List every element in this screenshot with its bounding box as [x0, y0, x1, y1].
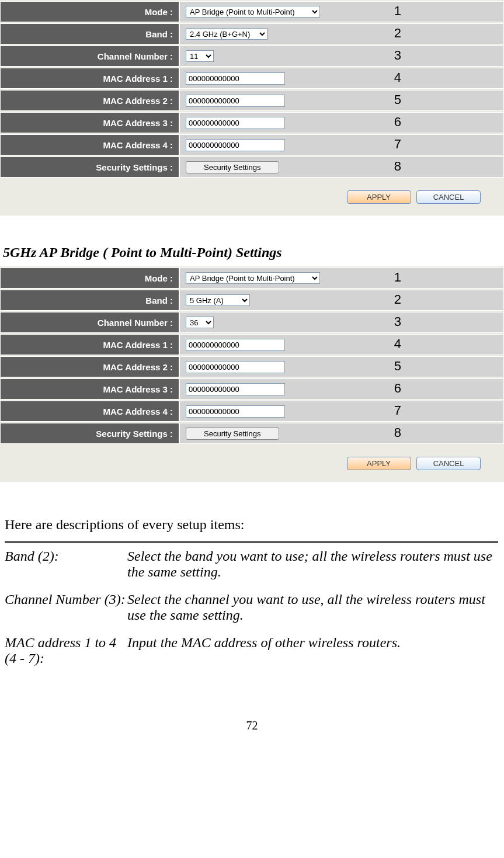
value-mode: AP Bridge (Point to Multi-Point) 1	[179, 1, 504, 22]
annotation-1: 1	[394, 4, 401, 19]
mac2-input[interactable]	[186, 95, 285, 107]
value-mac3: 6	[179, 112, 504, 133]
annotation-8b: 8	[394, 425, 401, 440]
channel-select-2[interactable]: 36	[186, 317, 214, 328]
row-mac4: MAC Address 4 : 7	[0, 134, 504, 155]
label-mode: Mode :	[0, 1, 179, 22]
desc-text-channel: Select the channel you want to use, all …	[127, 586, 498, 629]
config-table-1: Mode : AP Bridge (Point to Multi-Point) …	[0, 0, 504, 179]
value-mac1: 4	[179, 68, 504, 89]
annotation-6b: 6	[394, 381, 401, 396]
value-mac1-2: 4	[179, 334, 504, 355]
row-mac1-2: MAC Address 1 : 4	[0, 334, 504, 355]
row-channel: Channel Number : 11 3	[0, 46, 504, 67]
row-band-2: Band : 5 GHz (A) 2	[0, 290, 504, 311]
desc-row-band: Band (2): Select the band you want to us…	[5, 542, 498, 586]
annotation-5: 5	[394, 92, 401, 107]
mac4-input[interactable]	[186, 139, 285, 151]
annotation-3b: 3	[394, 314, 401, 329]
value-band: 2.4 GHz (B+G+N) 2	[179, 23, 504, 44]
label-mac1: MAC Address 1 :	[0, 68, 179, 89]
label-mac1-2: MAC Address 1 :	[0, 334, 179, 355]
value-mac4-2: 7	[179, 401, 504, 422]
desc-row-channel: Channel Number (3): Select the channel y…	[5, 586, 498, 629]
config-panel-5ghz: Mode : AP Bridge (Point to Multi-Point) …	[0, 266, 504, 482]
page-number: 72	[0, 719, 504, 732]
label-mac3: MAC Address 3 :	[0, 112, 179, 133]
desc-text-band: Select the band you want to use; all the…	[127, 542, 498, 586]
label-mac3-2: MAC Address 3 :	[0, 378, 179, 400]
band-select-2[interactable]: 5 GHz (A)	[186, 294, 250, 306]
label-security-2: Security Settings :	[0, 423, 179, 444]
label-security: Security Settings :	[0, 157, 179, 178]
cancel-button-2[interactable]: CANCEL	[416, 457, 481, 470]
value-security: Security Settings 8	[179, 157, 504, 178]
cancel-button[interactable]: CANCEL	[416, 190, 481, 204]
annotation-7: 7	[394, 137, 401, 152]
row-mac4-2: MAC Address 4 : 7	[0, 401, 504, 422]
security-settings-button-2[interactable]: Security Settings	[186, 428, 279, 440]
label-channel: Channel Number :	[0, 46, 179, 67]
row-mac2: MAC Address 2 : 5	[0, 90, 504, 111]
annotation-6: 6	[394, 114, 401, 130]
value-mac2: 5	[179, 90, 504, 111]
row-security-2: Security Settings : Security Settings 8	[0, 423, 504, 444]
row-mode-2: Mode : AP Bridge (Point to Multi-Point) …	[0, 268, 504, 289]
desc-row-mac: MAC address 1 to 4 (4 - 7): Input the MA…	[5, 629, 498, 672]
value-mode-2: AP Bridge (Point to Multi-Point) 1	[179, 268, 504, 289]
action-row-1: APPLY CANCEL	[0, 179, 504, 207]
annotation-5b: 5	[394, 359, 401, 374]
row-mac1: MAC Address 1 : 4	[0, 68, 504, 89]
label-mode-2: Mode :	[0, 268, 179, 289]
desc-label-channel: Channel Number (3):	[5, 586, 127, 629]
label-mac4-2: MAC Address 4 :	[0, 401, 179, 422]
row-band: Band : 2.4 GHz (B+G+N) 2	[0, 23, 504, 44]
value-channel-2: 36 3	[179, 312, 504, 333]
action-row-2: APPLY CANCEL	[0, 445, 504, 473]
desc-text-mac: Input the MAC address of other wireless …	[127, 629, 498, 672]
value-channel: 11 3	[179, 46, 504, 67]
apply-button[interactable]: APPLY	[347, 190, 411, 204]
row-security: Security Settings : Security Settings 8	[0, 157, 504, 178]
row-mac3-2: MAC Address 3 : 6	[0, 378, 504, 400]
mac1-input-2[interactable]	[186, 339, 285, 351]
mac3-input[interactable]	[186, 117, 285, 129]
desc-label-mac: MAC address 1 to 4 (4 - 7):	[5, 629, 127, 672]
label-mac4: MAC Address 4 :	[0, 134, 179, 155]
value-security-2: Security Settings 8	[179, 423, 504, 444]
label-mac2-2: MAC Address 2 :	[0, 356, 179, 377]
annotation-7b: 7	[394, 403, 401, 418]
mac4-input-2[interactable]	[186, 405, 285, 418]
mac2-input-2[interactable]	[186, 361, 285, 373]
mac1-input[interactable]	[186, 72, 285, 85]
annotation-4: 4	[394, 70, 401, 85]
section-title-5ghz: 5GHz AP Bridge ( Point to Multi-Point) S…	[3, 245, 504, 260]
annotation-4b: 4	[394, 336, 401, 352]
label-channel-2: Channel Number :	[0, 312, 179, 333]
value-mac2-2: 5	[179, 356, 504, 377]
security-settings-button[interactable]: Security Settings	[186, 161, 279, 173]
row-mac2-2: MAC Address 2 : 5	[0, 356, 504, 377]
value-band-2: 5 GHz (A) 2	[179, 290, 504, 311]
annotation-2: 2	[394, 26, 401, 41]
annotation-8: 8	[394, 159, 401, 174]
band-select[interactable]: 2.4 GHz (B+G+N)	[186, 28, 267, 40]
label-band: Band :	[0, 23, 179, 44]
mode-select[interactable]: AP Bridge (Point to Multi-Point)	[186, 6, 320, 18]
label-mac2: MAC Address 2 :	[0, 90, 179, 111]
annotation-2b: 2	[394, 292, 401, 307]
desc-label-band: Band (2):	[5, 542, 127, 586]
mode-select-2[interactable]: AP Bridge (Point to Multi-Point)	[186, 272, 320, 284]
annotation-1b: 1	[394, 270, 401, 285]
channel-select[interactable]: 11	[186, 50, 214, 62]
description-table: Band (2): Select the band you want to us…	[5, 541, 498, 672]
config-table-2: Mode : AP Bridge (Point to Multi-Point) …	[0, 266, 504, 445]
label-band-2: Band :	[0, 290, 179, 311]
annotation-3: 3	[394, 48, 401, 63]
apply-button-2[interactable]: APPLY	[347, 457, 411, 470]
value-mac3-2: 6	[179, 378, 504, 400]
row-mac3: MAC Address 3 : 6	[0, 112, 504, 133]
description-intro: Here are descriptions of every setup ite…	[5, 517, 504, 533]
mac3-input-2[interactable]	[186, 383, 285, 395]
row-channel-2: Channel Number : 36 3	[0, 312, 504, 333]
